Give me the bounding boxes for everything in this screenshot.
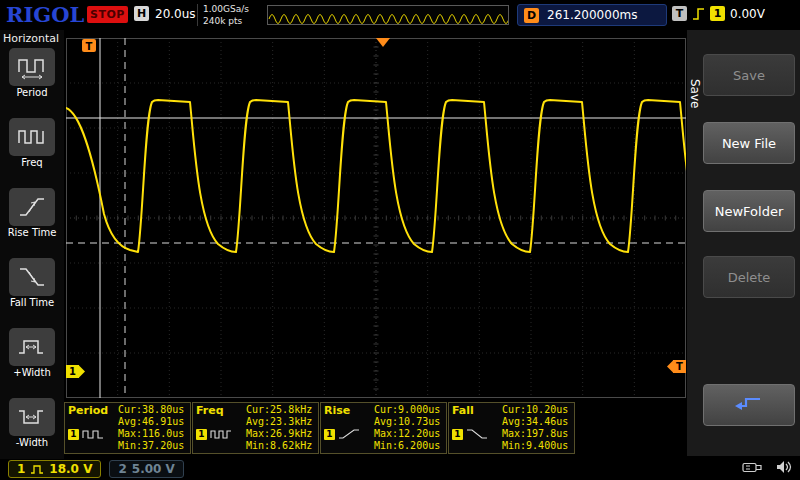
horizontal-status: H 20.0us — [134, 6, 196, 21]
measurement-title: Fall — [452, 404, 502, 417]
menu-item-fall-time[interactable]: Fall Time — [0, 258, 64, 326]
svg-text:1: 1 — [69, 366, 76, 377]
back-button[interactable] — [703, 384, 795, 426]
memory-depth: 240k pts — [203, 15, 249, 27]
menu-item-label: Period — [0, 87, 64, 98]
trigger-edge-icon — [692, 6, 705, 21]
menu-item-period[interactable]: Period — [0, 48, 64, 116]
ch1-ground-marker[interactable]: 1 — [66, 365, 85, 378]
rigol-logo: RIGOL — [6, 2, 84, 27]
measurement-source-badge: 1 — [324, 429, 335, 440]
measurement-max: Max:197.8us — [502, 428, 571, 440]
delete-button[interactable]: Delete — [703, 256, 795, 298]
measurement-max: Max:116.0us — [118, 428, 187, 440]
freq-icon — [210, 428, 232, 440]
save-menu: Save Save New File NewFolder Delete — [687, 30, 800, 456]
measurement-min: Min:6.200us — [374, 440, 443, 452]
menu-item-label: Freq — [0, 157, 64, 168]
speaker-icon — [776, 460, 792, 474]
period-icon — [82, 428, 104, 440]
waveform-display: T T 1 — [66, 38, 686, 398]
measurement-avg: Avg:46.91us — [118, 416, 187, 428]
period-icon — [16, 53, 48, 81]
delay-value: 261.200000ms — [547, 8, 637, 22]
measurement-row: Period 1 Cur:38.80us Avg:46.91us Max:116… — [64, 402, 575, 454]
menu-title: Horizontal — [0, 30, 64, 46]
menu-item-freq[interactable]: Freq — [0, 118, 64, 186]
rise-time-icon — [338, 428, 360, 440]
trigger-position-marker[interactable] — [376, 38, 390, 47]
divider — [197, 4, 198, 26]
menu-item-label: Rise Time — [0, 227, 64, 238]
measurement-cur: Cur:10.20us — [502, 404, 571, 416]
sample-rate: 1.00GSa/s — [203, 3, 249, 15]
oscilloscope-screen: RIGOL STOP H 20.0us 1.00GSa/s 240k pts D… — [0, 0, 800, 480]
trigger-time-marker: T — [82, 39, 96, 52]
menu-item-label: Fall Time — [0, 297, 64, 308]
freq-icon — [16, 123, 48, 151]
minus-width-icon — [16, 403, 48, 431]
channel-2-status[interactable]: 2 5.00 V — [109, 460, 183, 478]
measurement-panel-rise: Rise 1 Cur:9.000us Avg:10.73us Max:12.20… — [320, 402, 447, 454]
measurement-avg: Avg:10.73us — [374, 416, 443, 428]
measurement-avg: Avg:34.46us — [502, 416, 571, 428]
menu-item-rise-time[interactable]: Rise Time — [0, 188, 64, 256]
measurement-max: Max:12.20us — [374, 428, 443, 440]
measurement-max: Max:26.9kHz — [246, 428, 315, 440]
trigger-badge: T — [672, 6, 687, 21]
channel-status-bar: 1 18.0 V 2 5.00 V — [0, 458, 800, 480]
measurement-cur: Cur:38.80us — [118, 404, 187, 416]
trigger-level-marker[interactable]: T — [667, 360, 686, 373]
top-status-bar: RIGOL STOP H 20.0us 1.00GSa/s 240k pts D… — [0, 0, 800, 30]
trigger-source-badge: 1 — [710, 6, 725, 21]
svg-text:T: T — [676, 361, 683, 372]
measurement-panel-fall: Fall 1 Cur:10.20us Avg:34.46us Max:197.8… — [448, 402, 575, 454]
measurement-cur: Cur:9.000us — [374, 404, 443, 416]
measurement-cur: Cur:25.8kHz — [246, 404, 315, 416]
ch1-waveform-icon — [30, 464, 44, 475]
channel-1-status[interactable]: 1 18.0 V — [8, 460, 101, 478]
fall-time-icon — [466, 428, 488, 440]
channel-2-number: 2 — [118, 462, 126, 476]
timebase-value: 20.0us — [155, 7, 196, 21]
menu-item-label: +Width — [0, 367, 64, 378]
trigger-status: T 1 0.00V — [672, 6, 765, 21]
rise-time-icon — [16, 193, 48, 221]
svg-text:T: T — [86, 41, 93, 52]
acquisition-status: 1.00GSa/s 240k pts — [203, 3, 249, 27]
measurement-avg: Avg:23.3kHz — [246, 416, 315, 428]
measurement-source-badge: 1 — [452, 429, 463, 440]
channel-1-number: 1 — [17, 462, 25, 476]
channel-1-scale: 18.0 V — [49, 462, 92, 476]
measurement-panel-freq: Freq 1 Cur:25.8kHz Avg:23.3kHz Max:26.9k… — [192, 402, 319, 454]
measurement-panel-period: Period 1 Cur:38.80us Avg:46.91us Max:116… — [64, 402, 191, 454]
fall-time-icon — [16, 263, 48, 291]
measurement-min: Min:8.62kHz — [246, 440, 315, 452]
preview-waveform — [268, 6, 508, 24]
save-button[interactable]: Save — [703, 54, 795, 96]
horizontal-measure-menu: Horizontal Period Freq Rise Time — [0, 30, 64, 459]
channel-2-scale: 5.00 V — [132, 462, 175, 476]
new-file-button[interactable]: New File — [703, 122, 795, 164]
status-icons — [742, 460, 792, 474]
measurement-title: Period — [68, 404, 118, 417]
measurement-source-badge: 1 — [196, 429, 207, 440]
waveform-memory-preview — [267, 5, 509, 25]
horizontal-badge: H — [134, 6, 149, 21]
menu-item-minus-width[interactable]: -Width — [0, 398, 64, 459]
measurement-title: Freq — [196, 404, 246, 417]
measurement-min: Min:9.400us — [502, 440, 571, 452]
return-arrow-icon — [733, 393, 765, 417]
measurement-source-badge: 1 — [68, 429, 79, 440]
measurement-title: Rise — [324, 404, 374, 417]
delay-status: D 261.200000ms — [517, 4, 667, 26]
new-folder-button[interactable]: NewFolder — [703, 190, 795, 232]
trigger-level-value: 0.00V — [730, 7, 765, 21]
plus-width-icon — [16, 333, 48, 361]
graticule-grid — [66, 38, 686, 398]
delay-badge: D — [524, 8, 539, 23]
save-menu-tab: Save — [687, 54, 702, 134]
menu-item-label: -Width — [0, 437, 64, 448]
menu-item-plus-width[interactable]: +Width — [0, 328, 64, 396]
run-state-badge: STOP — [87, 6, 128, 23]
